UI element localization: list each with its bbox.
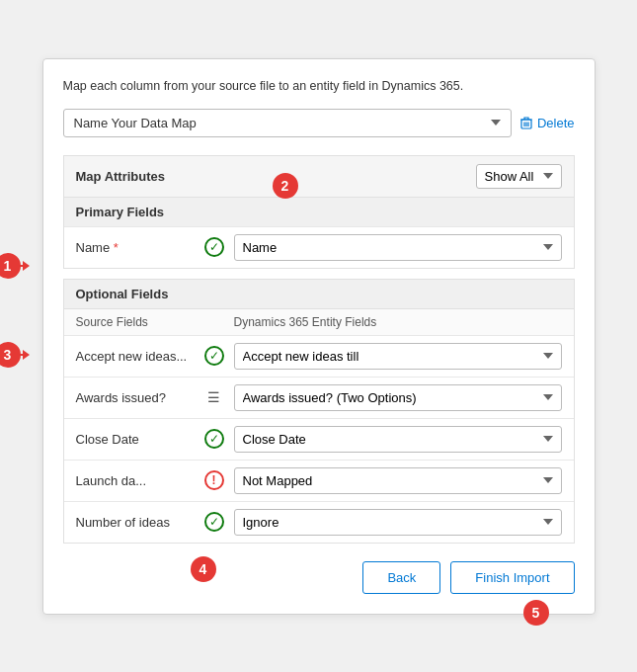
- check-circle-numideas: ✓: [204, 512, 224, 532]
- data-map-select[interactable]: Name Your Data Map: [63, 109, 512, 137]
- main-card: Map each column from your source file to…: [42, 58, 596, 615]
- trash-icon: [519, 116, 533, 129]
- column-headers: Source Fields Dynamics 365 Entity Fields: [64, 308, 574, 335]
- source-field-numideas: Number of ideas: [76, 515, 195, 530]
- finish-import-button[interactable]: Finish Import: [450, 561, 574, 594]
- annotation-circle-4: 4: [191, 556, 216, 582]
- check-circle-closedate: ✓: [204, 429, 224, 449]
- table-row: Close Date ✓ Close Date: [64, 418, 574, 460]
- warn-circle-launch: !: [204, 470, 224, 490]
- show-all-select[interactable]: Show All Required Optional: [476, 164, 562, 189]
- primary-fields-label: Primary Fields: [76, 205, 165, 219]
- annotation-circle-2: 2: [273, 173, 298, 199]
- check-icon-name: ✓: [202, 237, 226, 257]
- arrow-head-1: [23, 261, 30, 271]
- name-field-select[interactable]: Name: [234, 234, 562, 261]
- map-attributes-header: Map Attributes Show All Required Optiona…: [63, 155, 575, 198]
- map-attributes-label: Map Attributes: [76, 169, 166, 184]
- arrow-head-3: [23, 350, 30, 360]
- back-button[interactable]: Back: [362, 561, 440, 594]
- source-field-awards: Awards issued?: [76, 390, 195, 405]
- primary-fields-group: Primary Fields Name * ✓ Name: [63, 198, 575, 269]
- instruction-text: Map each column from your source file to…: [63, 79, 575, 93]
- data-map-row: Name Your Data Map Delete: [63, 109, 575, 137]
- optional-fields-label: Optional Fields: [76, 287, 169, 301]
- check-circle-accept: ✓: [204, 346, 224, 366]
- check-icon-accept: ✓: [202, 346, 226, 366]
- accept-field-select[interactable]: Accept new ideas till: [234, 343, 562, 370]
- list-circle-awards: ☰: [204, 387, 224, 407]
- table-row: Launch da... ! Not Mapped: [64, 460, 574, 501]
- table-row: Number of ideas ✓ Ignore: [64, 501, 574, 543]
- optional-fields-label-row: Optional Fields: [64, 280, 574, 308]
- source-field-closedate: Close Date: [76, 432, 195, 447]
- source-field-accept: Accept new ideas...: [76, 349, 195, 364]
- col-source-header: Source Fields: [76, 315, 195, 329]
- optional-fields-group: Optional Fields Source Fields Dynamics 3…: [63, 279, 575, 544]
- footer-row: Back Finish Import: [63, 561, 575, 594]
- name-field-label: Name *: [76, 240, 195, 255]
- required-star: *: [114, 240, 119, 255]
- annotation-3: 3: [0, 350, 30, 360]
- name-field-row: Name * ✓ Name: [64, 226, 574, 268]
- launch-field-select[interactable]: Not Mapped: [234, 467, 562, 494]
- annotation-1: 1: [0, 261, 30, 271]
- check-icon-closedate: ✓: [202, 429, 226, 449]
- table-row: Awards issued? ☰ Awards issued? (Two Opt…: [64, 377, 574, 418]
- source-field-launch: Launch da...: [76, 473, 195, 488]
- warn-icon-launch: !: [202, 470, 226, 490]
- table-row: Accept new ideas... ✓ Accept new ideas t…: [64, 335, 574, 377]
- annotation-circle-1: 1: [0, 253, 21, 279]
- delete-button[interactable]: Delete: [519, 116, 575, 130]
- ignore-select[interactable]: Ignore: [234, 509, 562, 536]
- closedate-field-select[interactable]: Close Date: [234, 426, 562, 453]
- list-icon-awards: ☰: [202, 387, 226, 407]
- check-circle-name: ✓: [204, 237, 224, 257]
- primary-fields-label-row: Primary Fields: [64, 198, 574, 226]
- check-icon-numideas: ✓: [202, 512, 226, 532]
- col-d365-header: Dynamics 365 Entity Fields: [202, 315, 562, 329]
- awards-field-select[interactable]: Awards issued? (Two Options): [234, 384, 562, 411]
- annotation-circle-5: 5: [523, 600, 549, 626]
- annotation-circle-3: 3: [0, 342, 21, 368]
